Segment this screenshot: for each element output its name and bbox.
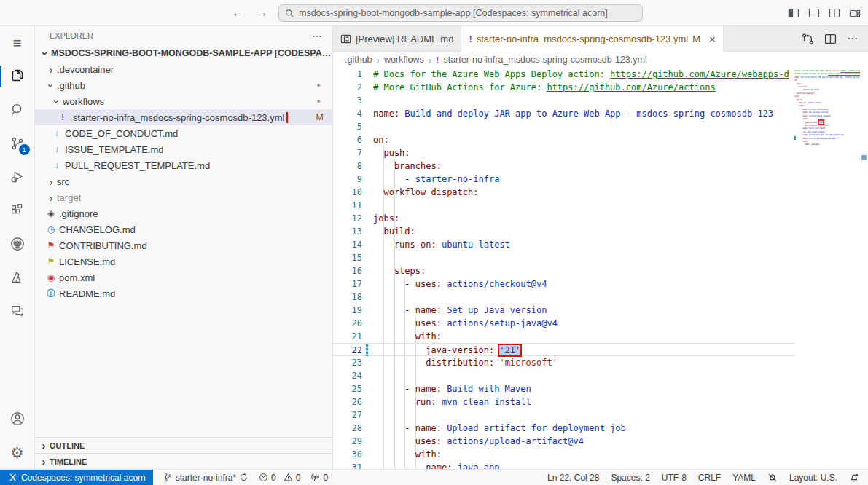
tree-item-changelog-md[interactable]: ◷CHANGELOG.md (35, 221, 332, 237)
line-number: 4 (333, 107, 362, 120)
tree-item--devcontainer[interactable]: ›.devcontainer (35, 61, 332, 77)
toggle-secondary-sidebar-icon[interactable] (829, 7, 840, 19)
nav-back-icon[interactable]: ← (232, 6, 244, 20)
tree-item-pull-request-template-md[interactable]: ↓PULL_REQUEST_TEMPLATE.md (35, 157, 332, 173)
encoding[interactable]: UTF-8 (662, 473, 687, 483)
tree-item-target[interactable]: ›target (35, 189, 332, 205)
github-icon[interactable] (0, 227, 35, 261)
code-line-26[interactable]: 26 run: mvn clean install (333, 395, 794, 409)
code-line-10[interactable]: 10 workflow_dispatch: (333, 186, 794, 199)
code-line-18[interactable]: 18 (333, 291, 794, 304)
code-line-4[interactable]: 4name: Build and deploy JAR app to Azure… (333, 107, 794, 120)
tree-item-code-of-conduct-md[interactable]: ↓CODE_OF_CONDUCT.md (35, 125, 332, 141)
line-number: 19 (333, 304, 362, 317)
minimap[interactable]: # Docs for the Azure Web Apps Deploy act… (794, 69, 860, 469)
code-line-25[interactable]: 25 - name: Build with Maven (333, 382, 794, 395)
editor-more-actions-icon[interactable]: ⋯ (847, 32, 858, 45)
menu-icon[interactable]: ≡ (0, 26, 35, 60)
code-line-11[interactable]: 11 (333, 199, 794, 212)
tree-item-workflows[interactable]: ›workflows● (35, 93, 332, 109)
notifications-bell-icon[interactable] (849, 473, 859, 483)
remote-indicator[interactable]: Codespaces: symmetrical acorn (0, 470, 153, 485)
account-icon[interactable] (0, 402, 35, 435)
explorer-more-actions-icon[interactable]: ⋯ (312, 30, 322, 42)
code-line-22[interactable]: 22 java-version: '21' (333, 343, 794, 356)
code-line-8[interactable]: 8 branches: (333, 159, 794, 173)
tree-item-msdocs-spring-boot-mongodb-sample-app-co[interactable]: ›MSDOCS-SPRING-BOOT-MONGODB-SAMPLE-APP [… (35, 45, 332, 61)
overview-ruler[interactable] (860, 68, 868, 469)
code-line-12[interactable]: 12jobs: (333, 212, 794, 225)
cursor-position[interactable]: Ln 22, Col 28 (547, 473, 599, 483)
code-line-2[interactable]: 2# More GitHub Actions for Azure: https:… (333, 81, 794, 94)
source-control-icon[interactable]: 1 (0, 127, 35, 160)
timeline-section[interactable]: › TIMELINE (35, 453, 332, 469)
bell-slash-icon[interactable] (767, 473, 778, 483)
tab-inactive[interactable]: [Preview] README.md (333, 26, 461, 51)
code-line-3[interactable]: 3 (333, 94, 794, 107)
breadcrumb-folder[interactable]: workflows (384, 55, 424, 65)
tree-item--gitignore[interactable]: ◈.gitignore (35, 205, 332, 221)
chevron-collapsed-icon: › (38, 456, 50, 467)
code-line-14[interactable]: 14 runs-on: ubuntu-latest (333, 238, 794, 251)
code-line-29[interactable]: 29 uses: actions/upload-artifact@v4 (333, 435, 794, 448)
indentation[interactable]: Spaces: 2 (611, 473, 649, 483)
code-line-24[interactable]: 24 (333, 369, 794, 382)
line-number: 1 (333, 68, 362, 81)
code-line-20[interactable]: 20 uses: actions/setup-java@v4 (333, 317, 794, 330)
nav-forward-icon[interactable]: → (256, 6, 268, 20)
code-line-16[interactable]: 16 steps: (333, 264, 794, 277)
problems-indicator[interactable]: 0 0 (259, 473, 300, 483)
code-line-28[interactable]: 28 - name: Upload artifact for deploymen… (333, 422, 794, 435)
code-line-17[interactable]: 17 - uses: actions/checkout@v4 (333, 277, 794, 291)
tree-item-license-md[interactable]: ⚑LICENSE.md (35, 253, 332, 269)
code-line-23[interactable]: 23 distribution: 'microsoft' (333, 356, 794, 369)
breadcrumb-folder[interactable]: .github (345, 55, 372, 65)
tree-item--github[interactable]: ›.github● (35, 77, 332, 93)
comments-icon[interactable] (0, 294, 35, 328)
code-line-31[interactable]: 31 name: java-app (333, 461, 794, 469)
extensions-icon[interactable] (0, 194, 35, 227)
tree-item-contributing-md[interactable]: ⚑CONTRIBUTING.md (35, 237, 332, 253)
toggle-panel-icon[interactable] (808, 7, 820, 19)
tree-item-src[interactable]: ›src (35, 173, 332, 189)
explorer-icon[interactable] (0, 60, 35, 93)
code-line-5[interactable]: 5 (333, 120, 794, 133)
code-line-6[interactable]: 6on: (333, 133, 794, 146)
eol-sequence[interactable]: CRLF (698, 473, 721, 483)
toggle-primary-sidebar-icon[interactable] (788, 7, 799, 19)
tree-item-readme-md[interactable]: ⓘREADME.md (35, 285, 332, 301)
language-mode[interactable]: YAML (732, 473, 756, 483)
command-center-search[interactable]: msdocs-spring-boot-mongodb-sample-app [C… (278, 4, 643, 22)
split-editor-icon[interactable] (824, 33, 837, 45)
code-line-1[interactable]: 1# Docs for the Azure Web Apps Deploy ac… (333, 68, 794, 81)
tree-item-pom-xml[interactable]: ◉pom.xml (35, 269, 332, 285)
azure-icon[interactable] (0, 261, 35, 294)
code-editor[interactable]: 1# Docs for the Azure Web Apps Deploy ac… (333, 68, 868, 469)
search-view-icon[interactable] (0, 93, 35, 127)
customize-layout-icon[interactable] (849, 7, 861, 19)
tab-close-icon[interactable]: × (709, 33, 716, 45)
layout-indicator[interactable]: Layout: U.S. (789, 473, 837, 483)
code-line-19[interactable]: 19 - name: Set up Java version (333, 304, 794, 317)
code-line-15[interactable]: 15 (333, 251, 794, 264)
line-number: 17 (333, 277, 362, 291)
code-line-13[interactable]: 13 build: (333, 225, 794, 238)
code-line-21[interactable]: 21 with: (333, 330, 794, 343)
outline-section[interactable]: › OUTLINE (35, 437, 332, 453)
settings-gear-icon[interactable]: ⚙ (0, 435, 35, 469)
code-line-7[interactable]: 7 push: (333, 146, 794, 159)
tab-active[interactable]: !starter-no-infra_msdocs-spring-cosmosdb… (461, 26, 723, 52)
code-line-9[interactable]: 9 - starter-no-infra (333, 173, 794, 186)
tree-item-label: src (57, 176, 69, 187)
breadcrumb[interactable]: .github › workflows › ! starter-no-infra… (333, 52, 868, 68)
breadcrumb-file[interactable]: starter-no-infra_msdocs-spring-cosmosdb-… (443, 55, 646, 65)
run-debug-icon[interactable] (0, 160, 35, 194)
branch-indicator[interactable]: starter-no-infra* (163, 473, 249, 483)
ports-indicator[interactable]: 0 (310, 473, 328, 483)
tree-item-issue-template-md[interactable]: ↓ISSUE_TEMPLATE.md (35, 141, 332, 157)
tree-item-starter-no-infra-msdocs-spring-cosmosdb-[interactable]: !starter-no-infra_msdocs-spring-cosmosdb… (35, 109, 332, 125)
code-line-30[interactable]: 30 with: (333, 448, 794, 461)
code-line-27[interactable]: 27 (333, 409, 794, 422)
open-changes-icon[interactable] (802, 33, 814, 45)
line-number: 26 (333, 395, 362, 409)
